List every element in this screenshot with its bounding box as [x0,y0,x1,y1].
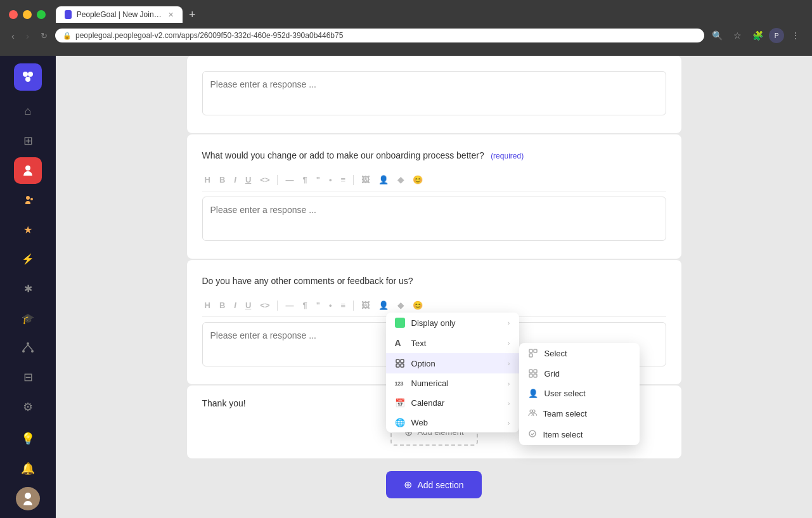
traffic-light-green[interactable] [37,10,46,19]
select-icon [528,348,538,358]
user-select-label: User select [545,389,586,398]
submenu-item-item-select[interactable]: Item select [519,424,640,445]
bookmark-icon[interactable]: ☆ [728,27,746,44]
item-select-icon [528,429,537,440]
toolbar-hr-3[interactable]: — [283,299,296,311]
profile-icon[interactable]: P [769,28,784,43]
toolbar-italic-3[interactable]: I [231,299,239,311]
team-select-icon [528,408,537,419]
browser-chrome: PeopleGoal | New Joiner Surve... ✕ + ‹ ›… [0,0,812,56]
toolbar-color[interactable]: ◆ [395,174,406,186]
question-1-card [187,56,681,133]
tab-close-button[interactable]: ✕ [168,11,174,19]
toolbar-bold-3[interactable]: B [217,299,228,311]
grid-label: Grid [545,369,560,379]
calendar-label: Calendar [411,398,445,408]
dropdown-item-web[interactable]: 🌐 Web › [386,413,519,432]
toolbar-color-3[interactable]: ◆ [395,299,406,311]
toolbar-code-3[interactable]: <> [257,299,272,311]
traffic-light-red[interactable] [9,10,18,19]
content-area: What would you change or add to make our… [56,56,812,518]
sidebar-item-learn[interactable]: 🎓 [14,305,42,332]
text-label: Text [411,339,427,348]
app-logo[interactable] [14,63,42,91]
toolbar-person[interactable]: 👤 [376,174,391,186]
toolbar-underline-3[interactable]: U [243,299,254,311]
submenu-item-grid[interactable]: Grid [519,363,640,384]
dropdown-item-option[interactable]: Option › [386,353,519,373]
back-button[interactable]: ‹ [8,29,18,42]
sidebar-item-recruit[interactable] [14,157,42,185]
toolbar-emoji-3[interactable]: 😊 [410,299,425,311]
dropdown-item-numerical[interactable]: 123 Numerical › [386,373,519,393]
response-textarea-2[interactable] [202,197,666,241]
toolbar-paragraph[interactable]: ¶ [300,174,309,186]
toolbar-person-3[interactable]: 👤 [376,299,391,311]
svg-rect-16 [534,370,537,373]
calendar-chevron: › [508,399,510,407]
response-textarea-1[interactable] [202,71,666,115]
toolbar-ordered[interactable]: ≡ [338,174,348,186]
numerical-label: Numerical [411,379,449,388]
add-section-button[interactable]: ⊕ Add section [386,471,481,498]
browser-tab[interactable]: PeopleGoal | New Joiner Surve... ✕ [56,6,183,23]
grid-icon [528,368,538,379]
svg-rect-10 [396,364,399,367]
sidebar-item-lightning[interactable]: ⚡ [14,246,42,273]
submenu-item-team-select[interactable]: Team select [519,403,640,424]
dropdown-item-text[interactable]: A Text › [386,333,519,353]
new-tab-button[interactable]: + [184,7,201,23]
menu-icon[interactable]: ⋮ [787,27,804,44]
svg-point-5 [31,350,34,353]
submenu: Select Grid 👤 [519,343,640,445]
question-2-required: (required) [491,152,524,160]
extensions-icon[interactable]: 🧩 [749,27,766,44]
toolbar-emoji[interactable]: 😊 [410,174,425,186]
toolbar-paragraph-3[interactable]: ¶ [300,299,309,311]
add-section-label: Add section [417,480,463,490]
toolbar-image-3[interactable]: 🖼 [359,299,372,311]
sidebar-item-home[interactable]: ⌂ [14,98,42,126]
toolbar-heading-3[interactable]: H [202,299,213,311]
toolbar-ordered-3[interactable]: ≡ [338,299,348,311]
toolbar-italic[interactable]: I [231,174,239,186]
sidebar-item-idea[interactable]: 💡 [14,425,42,453]
dropdown-item-calendar[interactable]: 📅 Calendar › [386,393,519,413]
toolbar-image[interactable]: 🖼 [359,174,372,186]
toolbar-underline[interactable]: U [243,174,254,186]
toolbar-code[interactable]: <> [257,174,272,186]
add-section-icon: ⊕ [404,479,412,491]
reload-button[interactable]: ↻ [37,30,51,42]
dropdown-item-display-only[interactable]: Display only › [386,313,519,333]
sidebar-item-apps[interactable]: ⊞ [14,127,42,155]
sidebar-item-settings[interactable]: ⚙ [14,394,42,421]
sidebar-item-grid[interactable]: ⊟ [14,364,42,391]
toolbar-blockquote-3[interactable]: " [314,299,323,311]
forward-button[interactable]: › [22,29,33,42]
user-avatar[interactable] [16,487,40,510]
toolbar-heading[interactable]: H [202,174,213,186]
submenu-item-user-select[interactable]: 👤 User select [519,384,640,403]
display-only-icon [395,318,405,328]
text-chevron: › [508,339,510,347]
url-bar[interactable]: peoplegoal.peoplegoal-v2.com/apps/26009f… [75,31,343,40]
svg-point-4 [22,350,25,353]
search-icon[interactable]: 🔍 [708,27,726,44]
sidebar-item-users[interactable] [14,186,42,214]
traffic-light-yellow[interactable] [23,10,32,19]
toolbar-bullet[interactable]: • [326,174,335,186]
toolbar-hr[interactable]: — [283,174,296,186]
user-select-icon: 👤 [528,389,538,398]
dropdown-menu: Display only › A Text › [386,313,519,432]
svg-rect-8 [396,359,399,363]
sidebar-item-notifications[interactable]: 🔔 [14,455,42,482]
question-3-text: Do you have any other comments or feedba… [202,276,413,286]
submenu-item-select[interactable]: Select [519,343,640,363]
toolbar-blockquote[interactable]: " [314,174,323,186]
sidebar-item-tree[interactable] [14,334,42,361]
sidebar-item-goals[interactable]: ★ [14,216,42,243]
sidebar-item-asterisk[interactable]: ✱ [14,275,42,302]
svg-point-1 [28,72,33,77]
toolbar-bullet-3[interactable]: • [326,299,335,311]
toolbar-bold[interactable]: B [217,174,228,186]
